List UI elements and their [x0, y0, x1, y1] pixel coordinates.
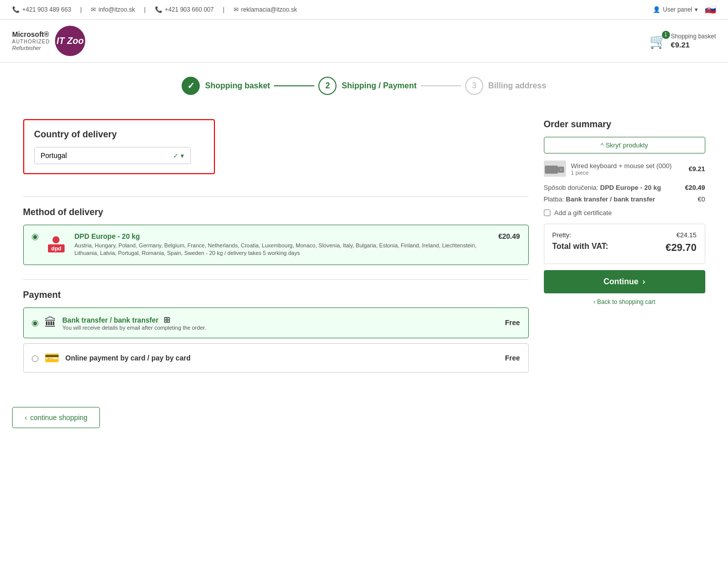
payment-card-info: Online payment by card / pay by card	[66, 354, 191, 362]
main-layout: Country of delivery Portugal Austria Hun…	[11, 109, 717, 397]
header-right: 🛒 1 Shopping basket €9.21	[649, 33, 716, 49]
basket-count: 1	[662, 31, 670, 39]
step-circle-done: ✓	[182, 77, 200, 95]
chevron-right-icon: ›	[643, 277, 645, 286]
basket-amount: €9.21	[671, 40, 716, 49]
continue-shopping-button[interactable]: ‹ continue shopping	[12, 407, 100, 428]
continue-shopping-label: continue shopping	[30, 413, 88, 422]
product-row: Wired keyboard + mouse set (000) 1 piece…	[544, 161, 705, 177]
phone2: +421 903 660 007	[165, 6, 214, 13]
basket-area[interactable]: 🛒 1 Shopping basket €9.21	[649, 33, 716, 49]
payment-option-bank[interactable]: 🏛 Bank transfer / bank transfer ⊞ You wi…	[23, 307, 529, 338]
total-vat-amount: €29.70	[665, 242, 696, 253]
country-select-wrapper[interactable]: Portugal Austria Hungary Poland Germany …	[34, 147, 191, 164]
svg-point-2	[560, 169, 562, 171]
flag-icon[interactable]: 🇸🇰	[705, 4, 716, 15]
payment-section: Payment 🏛 Bank transfer / bank transfer …	[23, 290, 529, 373]
user-icon: 👤	[653, 6, 660, 13]
delivery-radio[interactable]	[32, 234, 38, 240]
phone1-item: 📞 +421 903 489 663	[12, 6, 71, 13]
delivery-title: Method of delivery	[23, 207, 529, 218]
header: Microsoft® AUTHORIZED Refurbisher IT Zoo…	[0, 20, 728, 63]
summary-delivery-line: Spôsob doručenia: DPD Europe - 20 kg €20…	[544, 184, 705, 191]
payment-card-price: Free	[505, 354, 520, 362]
delivery-name: DPD Europe - 20 kg	[75, 232, 492, 240]
gift-checkbox[interactable]	[544, 210, 550, 216]
bank-icon: 🏛	[44, 316, 57, 330]
total-vat-line: Total with VAT: €29.70	[552, 242, 697, 253]
chevron-down-icon: ▾	[695, 6, 698, 13]
step-billing: 3 Billing address	[465, 77, 546, 95]
country-select[interactable]: Portugal Austria Hungary Poland Germany …	[41, 151, 173, 160]
continue-label: Continue	[603, 277, 638, 286]
user-panel-label: User panel	[663, 6, 692, 13]
delivery-info: DPD Europe - 20 kg Austria, Hungary, Pol…	[75, 232, 492, 257]
summary-delivery-label: Spôsob doručenia: DPD Europe - 20 kg	[544, 184, 661, 191]
country-section: Country of delivery Portugal Austria Hun…	[23, 119, 215, 174]
payment-title: Payment	[23, 290, 529, 300]
email1-icon: ✉	[91, 6, 96, 13]
delivery-desc: Austria, Hungary, Poland, Germany, Belgi…	[75, 242, 492, 257]
step-shopping-basket: ✓ Shopping basket	[182, 77, 270, 95]
delivery-option-dpd[interactable]: dpd DPD Europe - 20 kg Austria, Hungary,…	[23, 225, 529, 265]
payment-radio-bank[interactable]	[32, 320, 38, 327]
step-label-shipping: Shipping / Payment	[342, 81, 416, 90]
summary-payment-price: €0	[698, 195, 705, 203]
step-circle-3: 3	[465, 77, 483, 95]
step-circle-2: 2	[318, 77, 337, 95]
chevron-left-icon: ‹	[25, 413, 27, 422]
select-icons: ✓ ▾	[173, 152, 184, 160]
delivery-price: €20.49	[498, 232, 520, 240]
pretty-amount: €24.15	[677, 231, 697, 239]
payment-radio-card[interactable]	[32, 355, 38, 362]
user-panel-item[interactable]: 👤 User panel ▾	[653, 6, 698, 13]
phone2-icon: 📞	[155, 6, 162, 13]
order-summary-sidebar: Order summary ^ Skryť produkty Wired key…	[544, 119, 705, 387]
payment-card-name: Online payment by card / pay by card	[66, 354, 191, 362]
total-vat-label: Total with VAT:	[552, 242, 608, 253]
basket-label: Shopping basket	[671, 33, 716, 41]
totals-box: Pretty: €24.15 Total with VAT: €29.70	[544, 224, 705, 264]
summary-payment-label: Platba: Bank transfer / bank transfer	[544, 195, 655, 203]
product-name-area: Wired keyboard + mouse set (000) 1 piece	[571, 162, 684, 176]
ms-label: Microsoft®	[12, 30, 50, 39]
divider-1	[23, 196, 529, 197]
step-label-billing: Billing address	[488, 81, 546, 90]
country-section-title: Country of delivery	[34, 129, 204, 140]
continue-button[interactable]: Continue ›	[544, 270, 705, 293]
summary-payment-line: Platba: Bank transfer / bank transfer €0	[544, 195, 705, 203]
logo-area[interactable]: Microsoft® AUTHORIZED Refurbisher IT Zoo	[12, 26, 85, 56]
product-thumbnail	[544, 161, 566, 177]
phone1: +421 903 489 663	[22, 6, 71, 13]
payment-option-card[interactable]: 💳 Online payment by card / pay by card F…	[23, 343, 529, 373]
email2-icon: ✉	[234, 6, 239, 13]
basket-icon: 🛒 1	[649, 33, 667, 49]
qr-icon: ⊞	[163, 316, 170, 324]
product-price: €9.21	[689, 165, 705, 173]
gift-certificate[interactable]: Add a gift certificate	[544, 209, 705, 217]
back-link[interactable]: ‹ Back to shopping cart	[544, 298, 705, 305]
product-name: Wired keyboard + mouse set (000)	[571, 162, 684, 170]
svg-rect-0	[545, 166, 558, 174]
payment-bank-info: Bank transfer / bank transfer ⊞ You will…	[63, 315, 206, 331]
pretty-label: Pretty:	[552, 231, 572, 239]
main-content: Country of delivery Portugal Austria Hun…	[23, 119, 529, 387]
phone1-icon: 📞	[12, 6, 20, 13]
step-label-shopping-basket: Shopping basket	[205, 81, 270, 90]
email1-item: ✉ info@itzoo.sk	[91, 6, 135, 13]
ms-authorized: AUTHORIZED	[12, 39, 50, 45]
steps-bar: ✓ Shopping basket 2 Shipping / Payment 3…	[0, 63, 728, 109]
chevron-down-icon: ▾	[181, 152, 184, 160]
top-bar: 📞 +421 903 489 663 | ✉ info@itzoo.sk | 📞…	[0, 0, 728, 20]
payment-bank-price: Free	[505, 319, 520, 327]
basket-info: Shopping basket €9.21	[671, 33, 716, 49]
toggle-products-button[interactable]: ^ Skryť produkty	[544, 137, 705, 153]
product-qty: 1 piece	[571, 170, 684, 176]
ms-refurbisher: Refurbisher	[12, 45, 50, 51]
back-to-cart-link[interactable]: ‹ Back to shopping cart	[593, 298, 655, 305]
payment-bank-desc: You will receive details by email after …	[63, 325, 206, 331]
dpd-logo: dpd	[44, 232, 69, 256]
email1: info@itzoo.sk	[98, 6, 135, 13]
delivery-section: Method of delivery dpd DPD Europe - 20 k…	[23, 207, 529, 265]
step-line-2	[421, 85, 461, 86]
